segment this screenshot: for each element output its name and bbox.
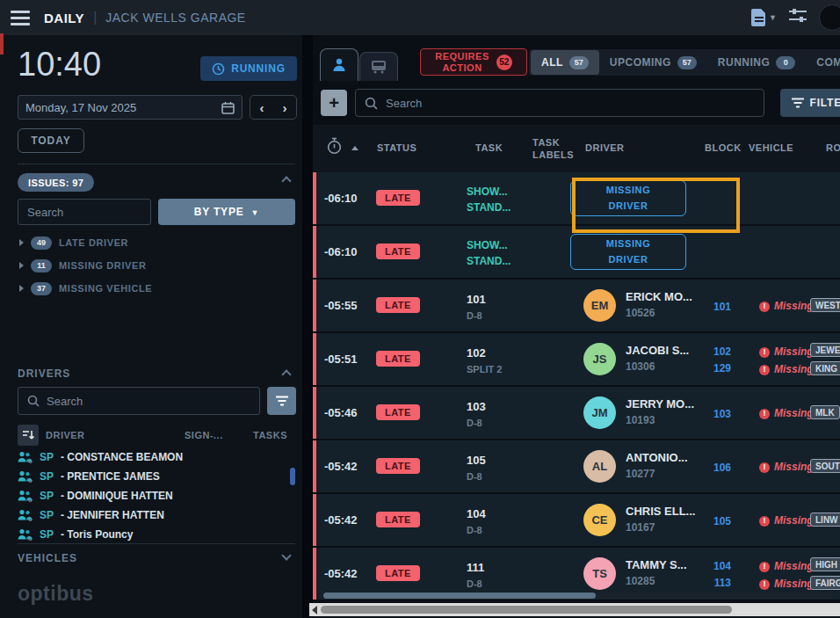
today-button[interactable]: TODAY [18, 128, 84, 153]
driver-prefix: SP [40, 509, 54, 521]
driver-avatar[interactable]: AL [583, 450, 616, 483]
block-number[interactable]: 105 [689, 513, 731, 530]
route-chip: WEST [810, 298, 840, 312]
bus-icon [371, 60, 387, 74]
collapse-issues-icon[interactable] [281, 176, 291, 185]
vehicles-section-title: VEHICLES [18, 552, 77, 564]
requires-action-button[interactable]: REQUIRESACTION 52 [420, 48, 527, 76]
status-tab-all[interactable]: ALL57 [531, 50, 599, 75]
expand-vehicles-icon[interactable] [281, 550, 291, 560]
prev-day-button[interactable]: ‹ [260, 101, 264, 114]
driver-name: CHRIS ELL... [626, 505, 695, 518]
tab-vehicles[interactable] [359, 52, 398, 81]
scroll-left-arrow-icon[interactable] [312, 606, 317, 614]
driver-list-item[interactable]: SP- Toris Pouncy [18, 527, 290, 542]
route-chip: LINW [810, 513, 840, 527]
sliders-icon[interactable] [789, 8, 807, 27]
drivers-table-header: DRIVER SIGN-... TASKS [18, 425, 295, 446]
drivers-scrollbar[interactable] [290, 468, 295, 485]
tab-drivers[interactable] [320, 48, 358, 81]
table-hscrollbar[interactable] [323, 593, 833, 599]
issue-type-item[interactable]: 49 LATE DRIVER [19, 236, 152, 250]
driver-avatar[interactable]: JM [583, 396, 616, 429]
document-icon[interactable]: ▼ [751, 9, 777, 26]
status-tab-complet[interactable]: COMPLET [806, 50, 840, 75]
block-number[interactable]: 129 [689, 360, 731, 377]
issue-type-item[interactable]: 11 MISSING DRIVER [19, 258, 152, 273]
task-row[interactable]: -05:42 LATE 105 D-8 AL ANTONIO... 10277 … [313, 440, 840, 492]
driver-list-item[interactable]: SP- PRENTICE JAMES [18, 469, 290, 483]
col-task[interactable]: TASK [475, 142, 503, 153]
col-driver[interactable]: DRIVER [585, 142, 625, 153]
late-indicator-bar [313, 387, 316, 439]
driver-list-item[interactable]: SP- CONSTANCE BEAMON [18, 450, 290, 464]
countdown-time: -05:42 [324, 460, 358, 473]
task-search-input[interactable] [386, 97, 755, 110]
add-task-button[interactable]: + [321, 90, 347, 116]
by-type-dropdown[interactable]: BY TYPE▼ [158, 199, 295, 225]
status-tab-running[interactable]: RUNNING0 [707, 50, 807, 75]
user-avatar[interactable] [819, 4, 840, 31]
scrollbar-thumb[interactable] [321, 606, 732, 614]
task-row[interactable]: -06:10 LATE SHOW... STAND... MISSINGDRIV… [313, 226, 840, 278]
driver-avatar[interactable]: CE [583, 504, 616, 536]
col-status[interactable]: STATUS [377, 142, 416, 153]
menu-icon[interactable] [11, 11, 30, 25]
col-block[interactable]: BLOCK [705, 142, 742, 153]
running-status-button[interactable]: RUNNING [200, 56, 297, 81]
task-row[interactable]: -05:42 LATE 104 D-8 CE CHRIS ELL... 1016… [313, 494, 840, 546]
driver-list-item[interactable]: SP- JENNIFER HATTEN [18, 508, 290, 522]
driver-avatar[interactable]: EM [583, 289, 616, 322]
block-number[interactable]: 102 [689, 344, 731, 360]
drivers-search-input[interactable] [47, 395, 250, 408]
task-search [355, 89, 764, 117]
driver-group-icon [18, 470, 33, 483]
col-route[interactable]: ROU [826, 142, 840, 153]
driver-prefix: SP [40, 528, 54, 541]
driver-name: - CONSTANCE BEAMON [61, 451, 183, 463]
task-cell: 102 SPLIT 2 [467, 345, 502, 376]
caret-right-icon [19, 239, 24, 246]
optibus-logo: optibus [18, 582, 94, 606]
stopwatch-icon[interactable] [327, 137, 342, 156]
driver-group-icon [18, 509, 33, 521]
col-task-labels[interactable]: TASKLABELS [532, 136, 574, 162]
task-row[interactable]: -06:10 LATE SHOW... STAND... MISSINGDRIV… [313, 172, 840, 224]
sort-asc-icon[interactable] [351, 146, 358, 150]
issue-type-item[interactable]: 37 MISSING VEHICLE [19, 281, 152, 295]
route-cell: JEWELKING [810, 343, 840, 375]
block-number[interactable]: 106 [689, 460, 731, 476]
driver-avatar[interactable]: JS [583, 343, 616, 375]
driver-avatar[interactable]: TS [583, 557, 616, 590]
block-number[interactable]: 113 [689, 575, 731, 592]
status-tab-upcoming[interactable]: UPCOMING57 [599, 50, 707, 75]
missing-driver-button[interactable]: MISSINGDRIVER [570, 180, 686, 216]
route-cell: SOUT [810, 459, 840, 473]
block-number[interactable]: 101 [689, 299, 731, 316]
route-chip: MLK [810, 405, 840, 419]
sort-icon[interactable] [18, 425, 39, 446]
title-divider: | [93, 10, 97, 25]
late-indicator-bar [313, 440, 316, 492]
current-time: 10:40 [18, 46, 101, 84]
page-hscrollbar[interactable] [309, 603, 840, 616]
block-number[interactable]: 104 [689, 558, 731, 575]
block-number[interactable]: 103 [689, 406, 731, 423]
filter-button[interactable]: FILTER [780, 89, 840, 117]
task-row[interactable]: -05:46 LATE 103 D-8 JM JERRY MO... 10193… [313, 387, 840, 439]
task-row[interactable]: -05:51 LATE 102 SPLIT 2 JS JACOBI S... 1… [313, 333, 840, 385]
task-row[interactable]: -05:55 LATE 101 D-8 EM ERICK MO... 10526… [313, 280, 840, 331]
driver-id: 10526 [626, 307, 655, 319]
drivers-filter-button[interactable] [267, 387, 296, 415]
late-indicator-bar [313, 172, 316, 224]
next-day-button[interactable]: › [283, 101, 287, 114]
collapse-drivers-icon[interactable] [281, 369, 291, 379]
date-picker[interactable]: Monday, 17 Nov 2025 [18, 95, 243, 120]
missing-driver-button[interactable]: MISSINGDRIVER [570, 234, 686, 270]
col-vehicle[interactable]: VEHICLE [749, 142, 793, 153]
driver-list-item[interactable]: SP- DOMINIQUE HATTEN [18, 489, 290, 503]
issues-search-input[interactable] [18, 199, 151, 225]
block-cell: 105 [689, 513, 731, 530]
task-cell: 105 D-8 [467, 452, 486, 483]
alert-icon: ! [759, 302, 770, 312]
